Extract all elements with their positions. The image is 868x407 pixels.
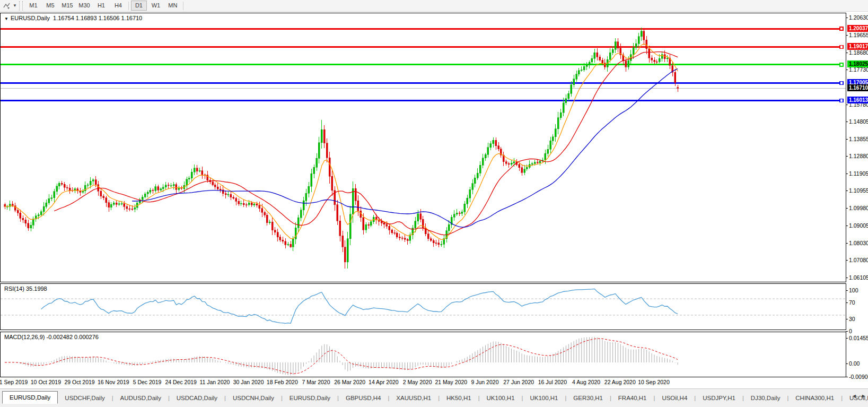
price-tick: 1.14805: [849, 118, 868, 125]
date-axis[interactable]: 21 Sep 201910 Oct 201929 Oct 201916 Nov …: [0, 377, 846, 388]
rsi-value: 35.1998: [26, 285, 47, 292]
chart-window: ▼EURUSD,Daily 1.16754 1.16893 1.16506 1.…: [0, 13, 868, 388]
toolbar-separator: [128, 2, 129, 10]
date-tick: 22 Aug 2020: [604, 379, 636, 385]
toolbar-grip[interactable]: [19, 1, 23, 11]
date-tick: 24 Dec 2019: [165, 379, 197, 385]
date-tick: 27 Jun 2020: [503, 379, 534, 385]
timeframe-button-d1[interactable]: D1: [131, 1, 147, 11]
chart-title: ▼EURUSD,Daily 1.16754 1.16893 1.16506 1.…: [4, 15, 142, 21]
timeframe-button-h4[interactable]: H4: [110, 1, 126, 11]
date-tick: 9 Jun 2020: [471, 379, 499, 385]
timeframe-button-mn[interactable]: MN: [165, 1, 181, 11]
price-tick: 1.10955: [849, 187, 868, 194]
level-price-label-1.20037: 1.20037: [847, 25, 868, 32]
chart-tabs: EURUSD,DailyUSDCHF,Daily|AUDUSD,Daily|US…: [2, 391, 868, 404]
tab-xauusd-h1[interactable]: XAUUSD,H1: [389, 392, 438, 404]
moving-average-line-1: [54, 52, 678, 235]
macd-signal-line: [5, 339, 678, 374]
date-tick: 5 Dec 2019: [133, 379, 162, 385]
rsi-axis-tick: 100: [849, 287, 858, 293]
price-tick: 1.07080: [849, 257, 868, 263]
price-tick: 1.18680: [849, 49, 868, 56]
date-tick: 29 Oct 2019: [64, 379, 94, 385]
timeframe-button-m5[interactable]: M5: [42, 1, 58, 11]
macd-axis-tick: 0.00: [849, 360, 860, 367]
timeframe-button-w1[interactable]: W1: [148, 1, 164, 11]
date-tick: 10 Oct 2019: [31, 379, 61, 385]
symbol-dropdown-icon[interactable]: ▼: [4, 16, 8, 21]
date-tick: 7 Mar 2020: [302, 379, 330, 385]
date-tick: 21 Sep 2019: [0, 379, 28, 385]
tab-scroll-controls: ◄ ►: [849, 393, 866, 399]
macd-axis-tick: -0.009001: [849, 374, 868, 380]
chart-tab-bar: EURUSD,DailyUSDCHF,Daily|AUDUSD,Daily|US…: [0, 388, 868, 407]
rsi-axis-tick: 30: [849, 316, 855, 322]
dropdown-caret-icon[interactable]: ▼: [13, 3, 17, 8]
timeframe-button-h1[interactable]: H1: [93, 1, 109, 11]
date-tick: 10 Sep 2020: [638, 379, 670, 385]
tab-ger30-h1[interactable]: GER30,H1: [566, 392, 610, 404]
tab-china300-h1[interactable]: CHINA300,H1: [788, 392, 841, 404]
date-tick: 11 Jan 2020: [199, 379, 230, 385]
tab-gbpusd-h4[interactable]: GBPUSD,H4: [339, 392, 388, 404]
level-line-handle[interactable]: [840, 27, 843, 30]
rsi-axis-tick: 70: [849, 299, 855, 306]
rsi-axis-tick: 0: [849, 328, 852, 334]
tab-scroll-left-icon[interactable]: ◄: [852, 393, 857, 399]
price-tick: 1.11905: [849, 170, 868, 177]
tab-usdcnh-daily[interactable]: USDCNH,Daily: [226, 392, 281, 404]
price-tick: 1.09005: [849, 222, 868, 229]
timeframe-button-m30[interactable]: M30: [76, 1, 92, 11]
toolbar-separator: [183, 2, 183, 10]
tab-audusd-daily[interactable]: AUDUSD,Daily: [113, 392, 168, 404]
price-tick: 1.06105: [849, 274, 868, 281]
moving-average-line-2: [132, 69, 678, 228]
moving-average-line-0: [5, 44, 678, 240]
timeframe-button-group: M1M5M15M30H1H4D1W1MN: [25, 1, 185, 11]
tab-uk100-h1[interactable]: UK100,H1: [480, 392, 522, 404]
level-line-handle[interactable]: [840, 45, 843, 48]
chart-tools-icon[interactable]: [2, 1, 12, 11]
date-tick: 26 Mar 2020: [334, 379, 365, 385]
date-tick: 18 Feb 2020: [267, 379, 298, 385]
rsi-indicator-pane[interactable]: RSI(14) 35.1998: [0, 283, 846, 330]
tab-uk100-h1[interactable]: UK100,H1: [523, 392, 565, 404]
macd-axis-tick: 0.014556: [849, 335, 868, 341]
date-tick: 2 May 2020: [403, 379, 432, 385]
tab-fra40-h1[interactable]: FRA40,H1: [611, 392, 654, 404]
tab-eurusd-daily[interactable]: EURUSD,Daily: [2, 391, 58, 404]
date-tick: 16 Nov 2019: [98, 379, 129, 385]
current-price-label: 1.16710: [847, 84, 868, 91]
tab-usoil-h4[interactable]: USOil,H4: [655, 392, 694, 404]
candlestick-series: [4, 28, 679, 269]
tab-eurusd-daily[interactable]: EURUSD,Daily: [283, 392, 337, 404]
level-price-label-1.19017: 1.19017: [847, 43, 868, 50]
rsi-label: RSI(14) 35.1998: [4, 285, 47, 292]
level-line-handle[interactable]: [840, 81, 843, 84]
tab-hk50-h1[interactable]: HK50,H1: [440, 392, 478, 404]
rsi-line: [41, 289, 678, 323]
main-chart-pane[interactable]: ▼EURUSD,Daily 1.16754 1.16893 1.16506 1.…: [0, 13, 846, 282]
level-line-handle[interactable]: [840, 99, 843, 102]
macd-indicator-pane[interactable]: MACD(12,26,9) -0.002482 0.000276: [0, 332, 846, 377]
price-tick: 1.19655: [849, 32, 868, 38]
macd-canvas: [1, 332, 846, 377]
level-price-label-1.18025: 1.18025: [847, 60, 868, 67]
timeframe-button-m15[interactable]: M15: [59, 1, 75, 11]
level-line-handle[interactable]: [840, 63, 843, 66]
candlestick-chart-canvas[interactable]: [1, 13, 846, 282]
price-tick: 1.20630: [849, 14, 868, 21]
timeframe-button-m1[interactable]: M1: [25, 1, 41, 11]
date-tick: 21 May 2020: [435, 379, 467, 385]
date-tick: 30 Jan 2020: [233, 379, 264, 385]
tab-usdjpy-h1[interactable]: USDJPY,H1: [696, 392, 742, 404]
tab-scroll-right-icon[interactable]: ►: [861, 393, 866, 399]
tab-usdcad-daily[interactable]: USDCAD,Daily: [170, 392, 224, 404]
price-tick: 1.09980: [849, 205, 868, 211]
tab-dj30-daily[interactable]: DJ30,Daily: [744, 392, 787, 404]
price-tick: 1.08030: [849, 240, 868, 246]
chart-ohlc-values: 1.16754 1.16893 1.16506 1.16710: [53, 15, 142, 21]
tab-usdchf-daily[interactable]: USDCHF,Daily: [58, 392, 111, 404]
rsi-canvas: [1, 284, 846, 330]
